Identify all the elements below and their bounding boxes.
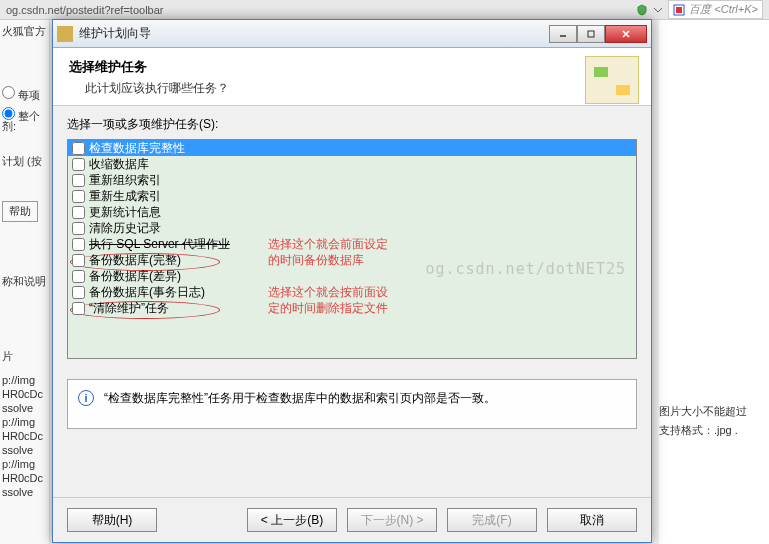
task-label: 备份数据库(事务日志) — [89, 284, 205, 301]
close-button[interactable] — [605, 25, 647, 43]
list-item[interactable]: 备份数据库(差异) — [68, 268, 636, 284]
background-right: 图片大小不能超过 支持格式：.jpg . — [659, 20, 769, 544]
header-title: 选择维护任务 — [69, 58, 229, 76]
task-checkbox[interactable] — [72, 270, 85, 283]
annotation-text: 选择这个就会前面设定 — [268, 236, 388, 253]
task-checkbox[interactable] — [72, 222, 85, 235]
list-item[interactable]: 清除历史记录 — [68, 220, 636, 236]
url-text: og.csdn.net/postedit?ref=toolbar — [6, 4, 163, 16]
info-panel: i “检查数据库完整性”任务用于检查数据库中的数据和索引页内部是否一致。 — [67, 379, 637, 429]
list-item[interactable]: 执行 SQL Server 代理作业选择这个就会前面设定 — [68, 236, 636, 252]
annotation-text: 的时间备份数据库 — [268, 252, 364, 269]
task-label: 执行 SQL Server 代理作业 — [89, 236, 230, 253]
task-checkbox[interactable] — [72, 206, 85, 219]
next-button[interactable]: 下一步(N) > — [347, 508, 437, 532]
svg-rect-1 — [676, 7, 682, 13]
dialog-header: 选择维护任务 此计划应该执行哪些任务？ — [53, 48, 651, 106]
task-checkbox[interactable] — [72, 174, 85, 187]
task-label: “清除维护”任务 — [89, 300, 169, 317]
radio-option[interactable]: 每项 — [2, 86, 40, 103]
list-item[interactable]: 检查数据库完整性 — [68, 140, 636, 156]
search-box[interactable]: 百度 <Ctrl+K> — [668, 0, 763, 19]
task-label: 检查数据库完整性 — [89, 140, 185, 157]
info-icon: i — [78, 390, 94, 406]
task-checkbox[interactable] — [72, 302, 85, 315]
search-placeholder: 百度 <Ctrl+K> — [689, 2, 758, 17]
list-item[interactable]: 备份数据库(事务日志)选择这个就会按前面设 — [68, 284, 636, 300]
annotation-text: 定的时间删除指定文件 — [268, 300, 388, 317]
task-checkbox[interactable] — [72, 158, 85, 171]
dropdown-icon — [652, 4, 664, 16]
radio-option[interactable]: 整个 — [2, 107, 40, 124]
browser-toolbar: og.csdn.net/postedit?ref=toolbar 百度 <Ctr… — [0, 0, 769, 20]
list-item[interactable]: 更新统计信息 — [68, 204, 636, 220]
task-label: 备份数据库(差异) — [89, 268, 181, 285]
task-checkbox[interactable] — [72, 142, 85, 155]
task-label: 收缩数据库 — [89, 156, 149, 173]
minimize-button[interactable] — [549, 25, 577, 43]
app-icon — [57, 26, 73, 42]
baidu-icon — [673, 4, 685, 16]
info-text: “检查数据库完整性”任务用于检查数据库中的数据和索引页内部是否一致。 — [104, 390, 496, 418]
task-listbox[interactable]: og.csdn.net/dotNET25 检查数据库完整性收缩数据库重新组织索引… — [67, 139, 637, 359]
maximize-button[interactable] — [577, 25, 605, 43]
wizard-icon — [585, 56, 639, 104]
task-label: 备份数据库(完整) — [89, 252, 181, 269]
shield-icon — [636, 4, 648, 16]
task-label: 更新统计信息 — [89, 204, 161, 221]
cancel-button[interactable]: 取消 — [547, 508, 637, 532]
browser-search-area: 百度 <Ctrl+K> — [636, 0, 763, 19]
background-left: 火狐官方 每项 整个 剂: 计划 (按 帮助 称和说明 片 p://imgHR0… — [0, 20, 50, 544]
dialog-title: 维护计划向导 — [79, 25, 549, 42]
svg-rect-3 — [588, 31, 594, 37]
list-item[interactable]: 收缩数据库 — [68, 156, 636, 172]
task-checkbox[interactable] — [72, 238, 85, 251]
task-checkbox[interactable] — [72, 254, 85, 267]
wizard-dialog: 维护计划向导 选择维护任务 此计划应该执行哪些任务？ 选择一项或多项维护任务(S… — [52, 19, 652, 543]
annotation-text: 选择这个就会按前面设 — [268, 284, 388, 301]
back-button[interactable]: < 上一步(B) — [247, 508, 337, 532]
task-checkbox[interactable] — [72, 286, 85, 299]
list-item[interactable]: 备份数据库(完整)的时间备份数据库 — [68, 252, 636, 268]
finish-button[interactable]: 完成(F) — [447, 508, 537, 532]
task-checkbox[interactable] — [72, 190, 85, 203]
list-item[interactable]: 重新生成索引 — [68, 188, 636, 204]
header-subtitle: 此计划应该执行哪些任务？ — [69, 80, 229, 97]
button-row: 帮助(H) < 上一步(B) 下一步(N) > 完成(F) 取消 — [53, 497, 651, 542]
help-button[interactable]: 帮助(H) — [67, 508, 157, 532]
task-label: 重新生成索引 — [89, 188, 161, 205]
list-label: 选择一项或多项维护任务(S): — [67, 116, 637, 133]
task-label: 清除历史记录 — [89, 220, 161, 237]
titlebar: 维护计划向导 — [53, 20, 651, 48]
list-item[interactable]: 重新组织索引 — [68, 172, 636, 188]
task-label: 重新组织索引 — [89, 172, 161, 189]
list-item[interactable]: “清除维护”任务定的时间删除指定文件 — [68, 300, 636, 316]
